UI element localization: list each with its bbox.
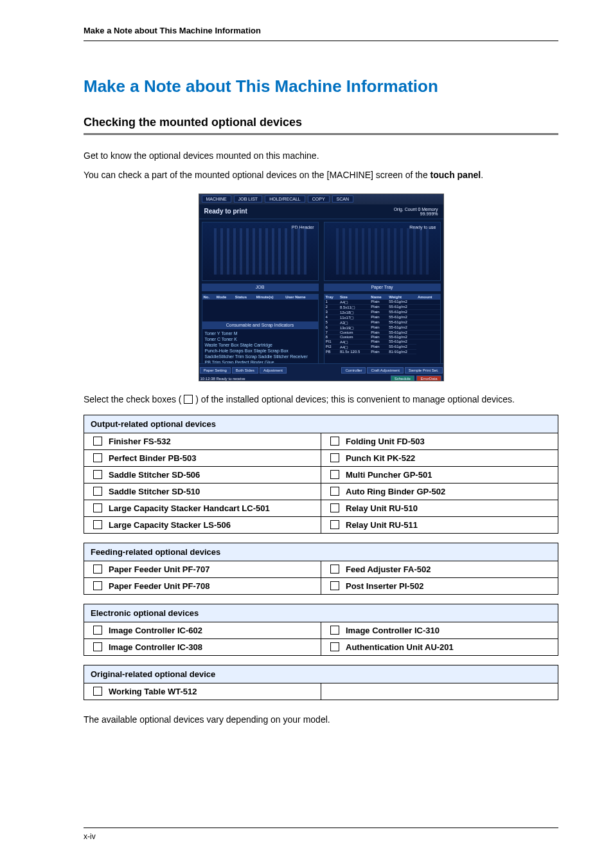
ss-cell: 5	[324, 320, 339, 325]
ss-cell: Plain	[369, 349, 387, 354]
option-checkbox[interactable]	[93, 565, 102, 574]
option-label: Multi Puncher GP-501	[346, 470, 432, 480]
ss-btn: Craft Adjustment	[367, 367, 403, 374]
option-checkbox[interactable]	[330, 642, 339, 651]
option-checkbox[interactable]	[330, 626, 339, 635]
option-checkbox[interactable]	[93, 503, 102, 512]
ss-bottombar: Paper Setting Both Sides Adjustment Cont…	[199, 363, 443, 381]
option-label: Paper Feeder Unit PF-707	[109, 565, 210, 574]
ss-cell: Custom	[339, 334, 369, 339]
section-subtitle: Checking the mounted optional devices	[84, 116, 558, 129]
ss-cell: 55-61g/m2	[387, 314, 416, 320]
options-table: Electronic optional devicesImage Control…	[84, 604, 558, 656]
ss-left-list: Toner Y Toner MToner C Toner KWaste Tone…	[202, 329, 318, 366]
ss-cell: PI2	[324, 344, 339, 349]
ss-cell	[416, 304, 440, 309]
options-cell: Authentication Unit AU-201	[321, 638, 558, 655]
ss-cell: 12x18▢	[339, 309, 369, 314]
ss-cell: 55-61g/m2	[387, 304, 416, 309]
ss-cell: Plain	[369, 339, 387, 344]
options-cell: Large Capacity Stacker LS-506	[84, 516, 321, 533]
paragraph-2b: touch panel	[431, 170, 481, 180]
ss-cell: 6	[324, 325, 339, 330]
ss-cell	[416, 320, 440, 325]
option-label: Punch Kit PK-522	[346, 453, 415, 463]
option-checkbox[interactable]	[330, 503, 339, 512]
ss-section-left: JOB	[202, 284, 319, 291]
option-checkbox[interactable]	[330, 520, 339, 529]
ss-machine-image	[214, 228, 306, 275]
option-label: Large Capacity Stacker Handcart LC-501	[109, 503, 270, 513]
option-checkbox[interactable]	[330, 470, 339, 479]
ss-cell: PI1	[324, 339, 339, 344]
ss-cell: 13x19▢	[339, 325, 369, 330]
ss-cell: 4	[324, 314, 339, 320]
ss-left-list-label: Consumable and Scrap Indicators	[202, 321, 318, 329]
option-checkbox[interactable]	[93, 520, 102, 529]
paragraph-2: You can check a part of the mounted opti…	[84, 168, 558, 181]
ss-cell: 8.5x11▢	[339, 304, 369, 309]
section-rule	[84, 133, 558, 135]
ss-orig-count: Orig. Count 0 Memory	[394, 207, 438, 212]
ss-cell: 55-61g/m2	[387, 325, 416, 330]
options-cell: Post Inserter PI-502	[321, 577, 558, 594]
options-cell: Auto Ring Binder GP-502	[321, 483, 558, 500]
ss-tab: JOB LIST	[234, 195, 262, 203]
ss-col: Amount	[416, 294, 440, 300]
ss-col: Mode	[215, 294, 234, 300]
ss-btn-small: Schedule	[391, 375, 414, 381]
ss-cell: Plain	[369, 325, 387, 330]
ss-list-item: SaddleStitcher Trim Scrap Saddle Stitche…	[205, 354, 315, 359]
ss-cell: 7	[324, 330, 339, 334]
paragraph-2a: You can check a part of the mounted opti…	[84, 170, 431, 180]
options-cell: Saddle Stitcher SD-510	[84, 483, 321, 500]
option-checkbox[interactable]	[330, 453, 339, 462]
ss-col: Name	[369, 294, 387, 300]
option-label: Authentication Unit AU-201	[346, 642, 454, 652]
option-checkbox[interactable]	[330, 581, 339, 590]
options-cell: Image Controller IC-308	[84, 638, 321, 655]
options-cell: Punch Kit PK-522	[321, 449, 558, 466]
option-label: Perfect Binder PB-503	[109, 453, 197, 463]
ss-tray-preview: Ready to use	[324, 222, 441, 281]
options-table: Output-related optional devicesFinisher …	[84, 415, 558, 534]
options-table-heading: Original-related optional device	[84, 665, 558, 683]
option-checkbox[interactable]	[330, 565, 339, 574]
options-cell: Folding Unit FD-503	[321, 433, 558, 449]
ss-cell	[416, 300, 440, 305]
option-checkbox[interactable]	[93, 453, 102, 462]
ss-cell: 11x17▢	[339, 314, 369, 320]
ss-status-line: 10:12:38 Ready to receive	[200, 377, 245, 381]
ss-cell: 81-91g/m2	[387, 349, 416, 354]
option-checkbox[interactable]	[93, 487, 102, 496]
ss-ready-text: Ready to print	[204, 208, 247, 215]
option-label: Relay Unit RU-510	[346, 503, 418, 513]
ss-col: Weight	[387, 294, 416, 300]
options-cell: Paper Feeder Unit PF-708	[84, 577, 321, 594]
option-label: Saddle Stitcher SD-506	[109, 470, 200, 480]
option-checkbox[interactable]	[93, 581, 102, 590]
ss-tab: MACHINE	[202, 195, 231, 203]
option-checkbox[interactable]	[330, 487, 339, 496]
option-label: Large Capacity Stacker LS-506	[109, 520, 231, 530]
option-checkbox[interactable]	[93, 437, 102, 446]
option-label: Finisher FS-532	[109, 437, 171, 446]
options-table-heading: Electronic optional devices	[84, 604, 558, 622]
ss-tray-table: Tray Size Name Weight Amount 1A4▢Plain55…	[324, 294, 440, 354]
option-checkbox[interactable]	[93, 642, 102, 651]
option-checkbox[interactable]	[93, 626, 102, 635]
option-checkbox[interactable]	[93, 470, 102, 479]
option-checkbox[interactable]	[93, 687, 102, 696]
ss-cell: Plain	[369, 309, 387, 314]
select-line: Select the check boxes ( ) of the instal…	[84, 393, 558, 406]
options-cell: Relay Unit RU-510	[321, 500, 558, 516]
option-label: Working Table WT-512	[109, 687, 197, 696]
ss-cell: 55-61g/m2	[387, 300, 416, 305]
ss-cell: PB	[324, 349, 339, 354]
ss-cell: 55-61g/m2	[387, 334, 416, 339]
running-header: Make a Note about This Machine Informati…	[84, 26, 558, 41]
checkbox-glyph-icon	[184, 395, 193, 404]
option-checkbox[interactable]	[330, 437, 339, 446]
ss-list-item: Punch-Hole Scraps Box Staple Scrap Box	[205, 348, 315, 354]
ss-cell: A3▢	[339, 320, 369, 325]
